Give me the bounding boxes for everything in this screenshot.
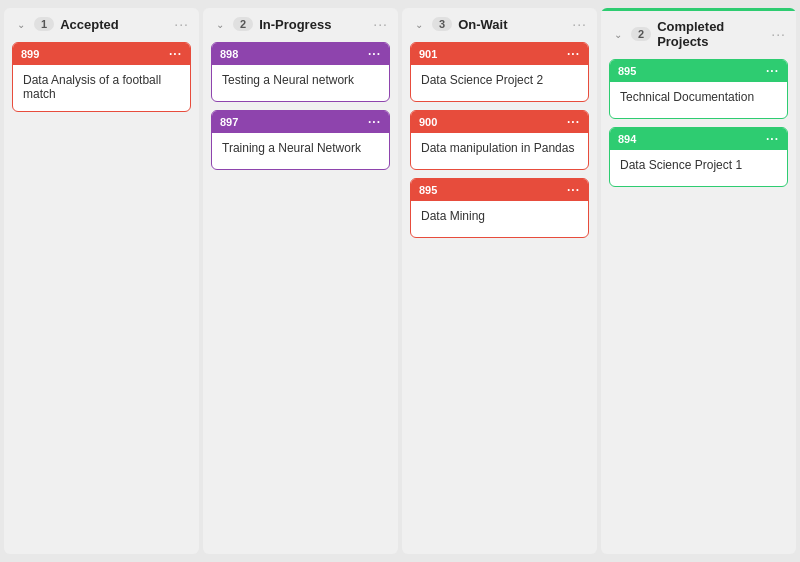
task-card[interactable]: 900···Data manipulation in Pandas [410,110,589,170]
chevron-down-icon[interactable]: ⌄ [611,27,625,41]
more-options-icon[interactable]: ··· [771,26,786,42]
column-count: 2 [631,27,651,41]
card-header: 895··· [610,60,787,82]
card-more-icon[interactable]: ··· [766,132,779,146]
card-id: 898 [220,48,238,60]
card-title: Data manipulation in Pandas [411,133,588,169]
kanban-board: ⌄1Accepted···899···Data Analysis of a fo… [0,0,800,562]
task-card[interactable]: 899···Data Analysis of a football match [12,42,191,112]
more-options-icon[interactable]: ··· [373,16,388,32]
column-on-wait: ⌄3On-Wait···901···Data Science Project 2… [402,8,597,554]
column-completed: ⌄2Completed Projects···895···Technical D… [601,8,796,554]
column-count: 1 [34,17,54,31]
column-header-accepted: ⌄1Accepted··· [4,8,199,38]
card-id: 895 [618,65,636,77]
card-more-icon[interactable]: ··· [567,115,580,129]
card-more-icon[interactable]: ··· [169,47,182,61]
column-count: 3 [432,17,452,31]
card-id: 897 [220,116,238,128]
chevron-down-icon[interactable]: ⌄ [14,17,28,31]
more-options-icon[interactable]: ··· [174,16,189,32]
task-card[interactable]: 901···Data Science Project 2 [410,42,589,102]
card-header: 901··· [411,43,588,65]
cards-container: 899···Data Analysis of a football match [4,38,199,120]
cards-container: 898···Testing a Neural network897···Trai… [203,38,398,178]
column-header-in-progress: ⌄2In-Progress··· [203,8,398,38]
cards-container: 901···Data Science Project 2900···Data m… [402,38,597,246]
column-header-on-wait: ⌄3On-Wait··· [402,8,597,38]
card-id: 900 [419,116,437,128]
task-card[interactable]: 898···Testing a Neural network [211,42,390,102]
column-in-progress: ⌄2In-Progress···898···Testing a Neural n… [203,8,398,554]
card-header: 897··· [212,111,389,133]
column-count: 2 [233,17,253,31]
card-more-icon[interactable]: ··· [567,183,580,197]
column-title: In-Progress [259,17,367,32]
card-id: 894 [618,133,636,145]
card-title: Training a Neural Network [212,133,389,169]
card-more-icon[interactable]: ··· [567,47,580,61]
card-title: Data Science Project 2 [411,65,588,101]
column-title: Accepted [60,17,168,32]
card-header: 899··· [13,43,190,65]
more-options-icon[interactable]: ··· [572,16,587,32]
card-title: Data Analysis of a football match [13,65,190,111]
chevron-down-icon[interactable]: ⌄ [412,17,426,31]
card-header: 895··· [411,179,588,201]
card-title: Data Mining [411,201,588,237]
task-card[interactable]: 895···Data Mining [410,178,589,238]
card-title: Data Science Project 1 [610,150,787,186]
column-title: On-Wait [458,17,566,32]
task-card[interactable]: 895···Technical Documentation [609,59,788,119]
column-title: Completed Projects [657,19,765,49]
card-more-icon[interactable]: ··· [368,115,381,129]
chevron-down-icon[interactable]: ⌄ [213,17,227,31]
card-more-icon[interactable]: ··· [766,64,779,78]
card-header: 894··· [610,128,787,150]
card-more-icon[interactable]: ··· [368,47,381,61]
cards-container: 895···Technical Documentation894···Data … [601,55,796,195]
card-title: Testing a Neural network [212,65,389,101]
card-id: 895 [419,184,437,196]
card-title: Technical Documentation [610,82,787,118]
task-card[interactable]: 894···Data Science Project 1 [609,127,788,187]
card-id: 899 [21,48,39,60]
column-accepted: ⌄1Accepted···899···Data Analysis of a fo… [4,8,199,554]
card-header: 898··· [212,43,389,65]
column-header-completed: ⌄2Completed Projects··· [601,8,796,55]
card-id: 901 [419,48,437,60]
task-card[interactable]: 897···Training a Neural Network [211,110,390,170]
card-header: 900··· [411,111,588,133]
